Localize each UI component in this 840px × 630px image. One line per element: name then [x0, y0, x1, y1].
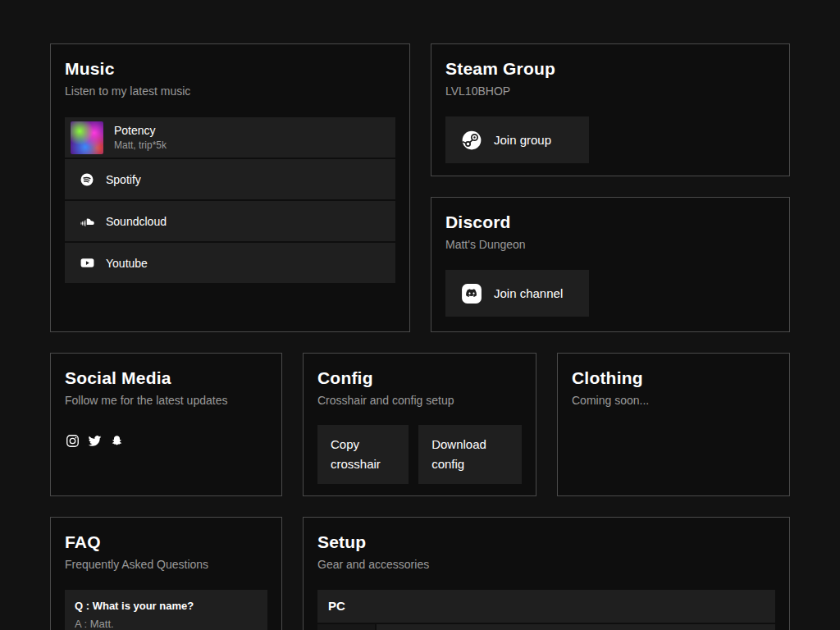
track-item[interactable]: Potency Matt, trip*5k [65, 117, 395, 158]
music-link-label: Soundcloud [106, 215, 167, 228]
track-meta: Potency Matt, trip*5k [114, 124, 167, 152]
clothing-title: Clothing [572, 368, 775, 388]
clothing-card: Clothing Coming soon... [557, 353, 790, 496]
steam-icon [461, 130, 482, 151]
music-link-spotify[interactable]: Spotify [65, 159, 395, 199]
faq-title: FAQ [65, 532, 267, 552]
discord-card: Discord Matt's Dungeon Join channel [431, 197, 790, 332]
faq-card: FAQ Frequently Asked Questions Q : What … [50, 517, 282, 630]
instagram-icon[interactable] [65, 433, 80, 448]
discord-subtitle: Matt's Dungeon [445, 238, 775, 251]
soundcloud-icon [79, 213, 95, 230]
faq-question: Q : What is your name? [75, 600, 258, 613]
faq-item: Q : What is your name? A : Matt. [65, 590, 267, 630]
clothing-subtitle: Coming soon... [572, 394, 775, 407]
join-channel-button[interactable]: Join channel [445, 270, 589, 317]
join-channel-label: Join channel [494, 286, 563, 300]
config-subtitle: Crosshair and config setup [317, 394, 522, 407]
music-link-label: Youtube [106, 257, 148, 270]
table-row: Chair Secretlab Titan Evo 2022 [317, 624, 775, 630]
discord-icon [461, 283, 482, 304]
join-group-button[interactable]: Join group [445, 116, 589, 163]
track-title: Potency [114, 124, 167, 138]
music-card: Music Listen to my latest music Potency … [50, 43, 410, 332]
faq-subtitle: Frequently Asked Questions [65, 558, 267, 571]
social-media-subtitle: Follow me for the latest updates [65, 394, 267, 407]
social-icons-row [65, 433, 267, 448]
steam-group-card: Steam Group LVL10BHOP Join group [431, 43, 790, 176]
setup-table-header: PC [317, 590, 775, 623]
setup-title: Setup [317, 532, 775, 552]
music-subtitle: Listen to my latest music [65, 84, 395, 98]
setup-row-value: Secretlab Titan Evo 2022 [377, 624, 775, 630]
config-buttons-row: Copy crosshair Download config [317, 425, 522, 484]
download-config-button[interactable]: Download config [418, 425, 522, 484]
twitter-icon[interactable] [87, 433, 102, 448]
setup-card: Setup Gear and accessories PC Chair Secr… [303, 517, 790, 630]
setup-row-label: Chair [317, 624, 375, 630]
steam-group-title: Steam Group [445, 59, 775, 79]
steam-group-subtitle: LVL10BHOP [445, 84, 775, 98]
setup-table: PC Chair Secretlab Titan Evo 2022 [317, 590, 775, 630]
music-title: Music [65, 59, 395, 79]
config-title: Config [317, 368, 522, 388]
config-card: Config Crosshair and config setup Copy c… [303, 353, 536, 496]
snapchat-icon[interactable] [109, 433, 124, 448]
social-media-title: Social Media [65, 368, 267, 388]
music-list: Potency Matt, trip*5k Spotify So [65, 117, 395, 283]
faq-answer: A : Matt. [75, 618, 258, 630]
album-art [71, 121, 103, 154]
music-link-label: Spotify [106, 173, 141, 186]
music-link-soundcloud[interactable]: Soundcloud [65, 201, 395, 241]
track-artists: Matt, trip*5k [114, 139, 167, 152]
music-link-youtube[interactable]: Youtube [65, 243, 395, 283]
youtube-icon [79, 255, 95, 272]
spotify-icon [79, 171, 95, 188]
copy-crosshair-button[interactable]: Copy crosshair [317, 425, 409, 484]
social-media-card: Social Media Follow me for the latest up… [50, 353, 282, 496]
join-group-label: Join group [494, 133, 551, 147]
discord-title: Discord [445, 212, 775, 232]
setup-subtitle: Gear and accessories [317, 558, 775, 571]
